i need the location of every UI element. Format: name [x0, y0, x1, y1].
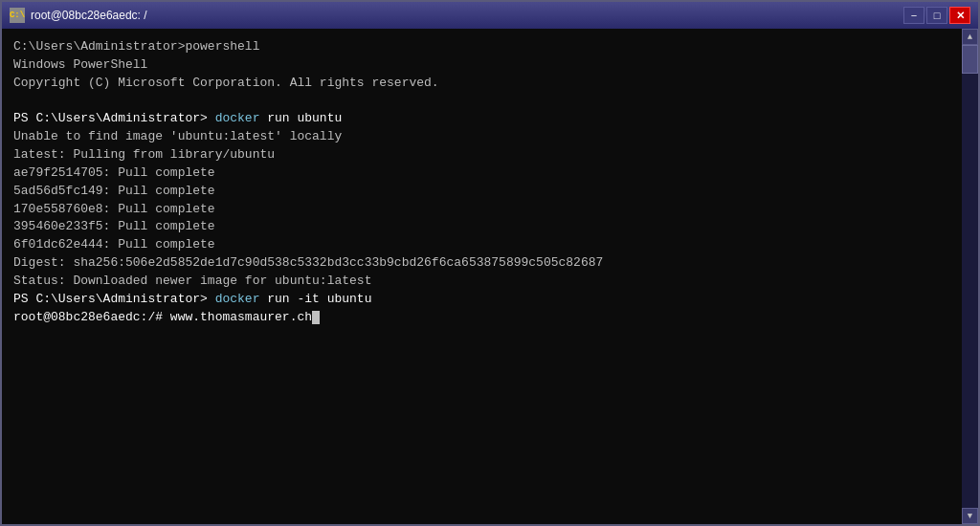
scroll-track	[962, 45, 978, 508]
scroll-up-button[interactable]: ▲	[962, 29, 978, 45]
terminal-output[interactable]: C:\Users\Administrator>powershell Window…	[2, 29, 962, 524]
scrollbar: ▲ ▼	[962, 29, 978, 524]
window-controls: − □ ✕	[903, 7, 970, 24]
restore-button[interactable]: □	[926, 7, 947, 24]
scroll-down-button[interactable]: ▼	[962, 508, 978, 524]
window-icon: C:\	[10, 8, 25, 23]
line-1: C:\Users\Administrator>powershell Window…	[13, 39, 603, 324]
terminal-window: C:\ root@08bc28e6aedc: / − □ ✕ C:\Users\…	[0, 0, 980, 526]
title-bar: C:\ root@08bc28e6aedc: / − □ ✕	[2, 2, 978, 29]
window-title: root@08bc28e6aedc: /	[31, 9, 903, 22]
terminal-body: C:\Users\Administrator>powershell Window…	[2, 29, 978, 524]
scroll-thumb[interactable]	[962, 45, 978, 74]
close-button[interactable]: ✕	[949, 7, 970, 24]
minimize-button[interactable]: −	[903, 7, 924, 24]
